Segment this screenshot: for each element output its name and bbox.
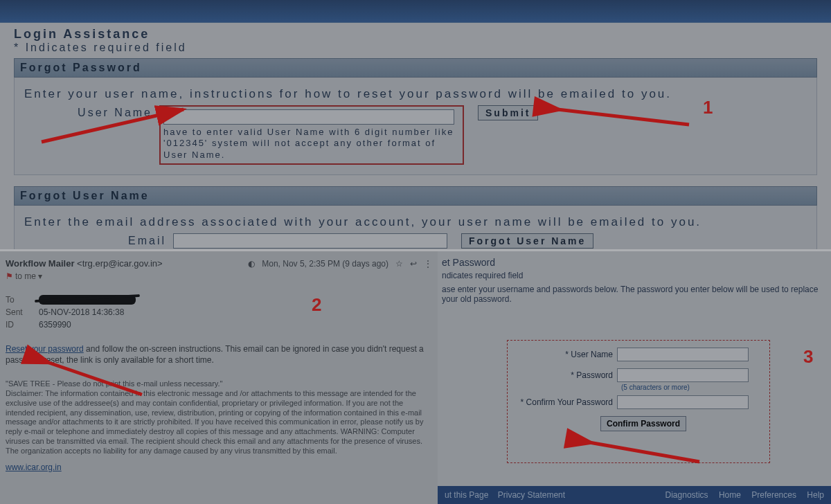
forgot-username-instruction: Enter the email address associated with … [24, 215, 807, 229]
email-body: Reset your password and follow the on-sc… [6, 343, 432, 366]
star-icon[interactable]: ☆ [395, 259, 403, 269]
reset-pass-label: * Password [513, 370, 617, 380]
kv-id: 6359990 [39, 320, 71, 330]
window-top-band [0, 0, 831, 23]
email-to-me[interactable]: ⚑to me ▾ [6, 271, 432, 281]
email-disclaimer: "SAVE TREE - Please do not print this e-… [6, 379, 432, 456]
footer-preferences[interactable]: Preferences [751, 490, 796, 500]
forgot-password-header: Forgot Password [14, 58, 817, 78]
email-input[interactable] [173, 233, 447, 249]
footer-privacy[interactable]: Privacy Statement [498, 490, 565, 500]
forgot-username-button[interactable]: Forgot User Name [461, 233, 593, 249]
bottom-composite: Workflow Mailer <trg.erp@icar.gov.in> ◐ … [0, 249, 831, 504]
kv-to-label: To [6, 295, 26, 305]
email-metadata: To Sent05-NOV-2018 14:36:38 ID6359990 [6, 294, 432, 331]
reset-password-pane: et Password ndicates required field ase … [438, 249, 831, 504]
email-from-name: Workflow Mailer [6, 258, 74, 269]
username-hint: have to enter valid User Name with 6 dig… [163, 127, 460, 161]
footer-help[interactable]: Help [807, 490, 824, 500]
forgot-username-header: Forgot User Name [14, 186, 817, 206]
attachment-icon: ◐ [248, 259, 255, 269]
reset-confirm-input[interactable] [617, 395, 749, 409]
email-label: Email [24, 233, 166, 247]
annotation-2: 2 [312, 294, 321, 316]
kv-id-label: ID [6, 320, 26, 330]
footer-diagnostics[interactable]: Diagnostics [665, 490, 708, 500]
annotation-3: 3 [803, 346, 813, 368]
forgot-password-instruction: Enter your user name, instructions for h… [24, 87, 807, 101]
site-link[interactable]: www.icar.org.in [6, 462, 62, 472]
main-content: Login Assistance * Indicates required fi… [0, 27, 831, 271]
reset-required: ndicates required field [442, 271, 824, 280]
disclaimer-text: Disclaimer: The information contained in… [6, 389, 432, 456]
reset-footer: ut this Page Privacy Statement Diagnosti… [438, 486, 831, 504]
reset-password-link[interactable]: Reset your password [6, 344, 84, 354]
reset-user-label: * User Name [513, 350, 617, 359]
flag-icon: ⚑ [6, 271, 13, 281]
forgot-password-section: Enter your user name, instructions for h… [14, 78, 817, 175]
annotation-1: 1 [703, 97, 713, 118]
reset-pass-input[interactable] [617, 368, 749, 382]
reset-confirm-label: * Confirm Your Password [513, 397, 617, 407]
email-from: Workflow Mailer <trg.erp@icar.gov.in> [6, 258, 163, 269]
email-from-addr: <trg.erp@icar.gov.in> [77, 258, 163, 269]
reset-title: et Password [442, 257, 824, 268]
more-icon[interactable]: ⋮ [424, 259, 432, 269]
disclaimer-title: "SAVE TREE - Please do not print this e-… [6, 379, 432, 389]
email-pane: Workflow Mailer <trg.erp@icar.gov.in> ◐ … [0, 249, 438, 504]
page-title: Login Assistance [14, 27, 817, 42]
redacted-recipient [39, 295, 136, 305]
required-indicator: * Indicates required field [14, 42, 817, 54]
submit-button[interactable]: Submit [478, 105, 538, 120]
footer-home[interactable]: Home [719, 490, 741, 500]
reply-icon[interactable]: ↩ [410, 259, 417, 269]
username-highlight-box: have to enter valid User Name with 6 dig… [159, 105, 464, 165]
username-label: User Name [24, 105, 152, 119]
reset-user-input[interactable] [617, 348, 749, 361]
kv-sent: 05-NOV-2018 14:36:38 [39, 307, 124, 317]
email-date: Mon, Nov 5, 2:35 PM (9 days ago) [262, 259, 388, 269]
reset-pass-hint: (5 characters or more) [621, 384, 764, 391]
confirm-password-button[interactable]: Confirm Password [600, 416, 686, 431]
footer-about[interactable]: ut this Page [445, 490, 488, 500]
username-input[interactable] [163, 109, 454, 125]
kv-sent-label: Sent [6, 307, 26, 317]
reset-fields-highlight: * User Name * Password (5 characters or … [507, 340, 770, 463]
reset-description: ase enter your username and passwords be… [442, 285, 824, 304]
